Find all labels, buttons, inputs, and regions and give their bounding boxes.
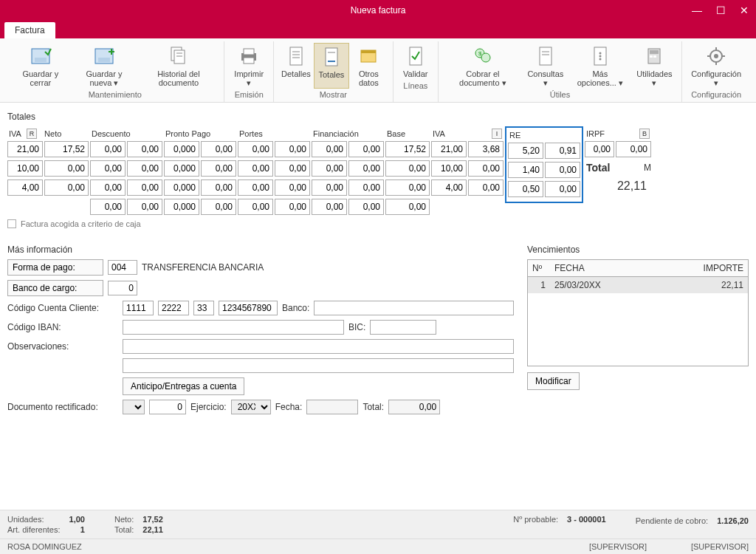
pp-val[interactable]: [201, 160, 236, 177]
criterio-caja-checkbox[interactable]: [7, 219, 16, 228]
pp-pct[interactable]: [164, 179, 199, 196]
col-neto: Neto: [44, 129, 61, 138]
i-button[interactable]: I: [492, 129, 502, 139]
base-val[interactable]: [385, 199, 430, 215]
forma-pago-code[interactable]: [108, 260, 137, 275]
iva-input[interactable]: [7, 179, 43, 196]
re-val[interactable]: [545, 162, 580, 178]
maximize-button[interactable]: ☐: [709, 0, 732, 21]
ccc1[interactable]: [123, 301, 154, 315]
re-val[interactable]: [545, 181, 580, 197]
fi-val[interactable]: [348, 199, 384, 215]
re-pct[interactable]: [508, 143, 543, 159]
re-pct[interactable]: [508, 162, 543, 178]
irpf-val[interactable]: [616, 141, 651, 157]
doc-rect-num[interactable]: [149, 400, 186, 414]
imprimir-button[interactable]: Imprimir ▾: [229, 43, 268, 89]
po-val[interactable]: [275, 160, 310, 177]
neto-input[interactable]: [44, 141, 89, 157]
pp-val[interactable]: [201, 141, 236, 157]
desc-val[interactable]: [127, 141, 162, 157]
po-val[interactable]: [275, 179, 310, 196]
totales-button[interactable]: Totales: [314, 43, 349, 89]
b-button[interactable]: B: [639, 129, 650, 139]
consultas-button[interactable]: Consultas ▾: [523, 43, 568, 89]
historial-button[interactable]: Historial del documento: [137, 43, 219, 89]
fi-val[interactable]: [348, 141, 384, 157]
pp-pct[interactable]: [164, 141, 199, 157]
iva2-val[interactable]: [468, 141, 504, 157]
desc-pct[interactable]: [90, 179, 126, 196]
neto-input[interactable]: [44, 179, 89, 196]
po-pct[interactable]: [238, 179, 273, 196]
validar-button[interactable]: Validar: [398, 43, 433, 80]
fi-val[interactable]: [348, 179, 384, 196]
ccc4[interactable]: [219, 301, 278, 315]
iva-input[interactable]: [7, 141, 43, 157]
desc-val[interactable]: [127, 179, 162, 196]
po-pct[interactable]: [238, 141, 273, 157]
iva2-pct[interactable]: [431, 141, 467, 157]
venc-row[interactable]: 1 25/03/20XX 22,11: [528, 277, 748, 293]
pp-pct[interactable]: [164, 199, 199, 215]
neto-input[interactable]: [44, 160, 89, 177]
po-pct[interactable]: [238, 199, 273, 215]
guardar-cerrar-button[interactable]: Guardar y cerrar: [10, 43, 71, 89]
re-val[interactable]: [545, 143, 580, 159]
base-val[interactable]: [385, 179, 430, 196]
modificar-button[interactable]: Modificar: [527, 372, 580, 390]
minimize-button[interactable]: —: [685, 0, 709, 21]
ccc3[interactable]: [193, 301, 214, 315]
obs-label: Observaciones:: [7, 341, 118, 352]
obs-input-2[interactable]: [123, 358, 514, 373]
forma-pago-button[interactable]: Forma de pago:: [7, 259, 103, 276]
iva-input[interactable]: [7, 160, 43, 177]
detalles-button[interactable]: Detalles: [278, 43, 314, 89]
r-button[interactable]: R: [27, 129, 37, 139]
doc-rect-select[interactable]: [123, 400, 145, 414]
pp-val[interactable]: [201, 179, 236, 196]
fi-pct[interactable]: [312, 141, 347, 157]
close-button[interactable]: ✕: [732, 0, 756, 21]
base-val[interactable]: [385, 160, 430, 177]
desc-val[interactable]: [127, 160, 162, 177]
desc-pct[interactable]: [90, 160, 126, 177]
anticipo-button[interactable]: Anticipo/Entregas a cuenta: [123, 377, 244, 395]
mas-opciones-button[interactable]: Más opciones... ▾: [568, 43, 632, 89]
po-val[interactable]: [275, 199, 310, 215]
obs-input-1[interactable]: [123, 339, 514, 354]
m-button[interactable]: M: [644, 163, 651, 173]
desc-pct[interactable]: [90, 199, 126, 215]
ejercicio-select[interactable]: 20XX: [231, 400, 271, 414]
iva2-pct[interactable]: [431, 160, 467, 177]
pp-val[interactable]: [201, 199, 236, 215]
banco-cargo-button[interactable]: Banco de cargo:: [7, 280, 103, 296]
iva2-val[interactable]: [468, 179, 504, 196]
po-pct[interactable]: [238, 160, 273, 177]
utilidades-button[interactable]: Utilidades ▾: [632, 43, 677, 89]
banco-cargo-input[interactable]: [108, 281, 137, 295]
cobrar-button[interactable]: $ Cobrar el documento ▾: [443, 43, 523, 89]
tab-factura[interactable]: Factura: [4, 22, 55, 38]
iban-input[interactable]: [123, 320, 344, 335]
iva2-pct[interactable]: [431, 179, 467, 196]
pp-pct[interactable]: [164, 160, 199, 177]
fi-pct[interactable]: [312, 199, 347, 215]
base-val[interactable]: [385, 141, 430, 157]
ccc2[interactable]: [158, 301, 189, 315]
fi-val[interactable]: [348, 160, 384, 177]
re-pct[interactable]: [508, 181, 543, 197]
fi-pct[interactable]: [312, 160, 347, 177]
fi-pct[interactable]: [312, 179, 347, 196]
desc-val[interactable]: [127, 199, 162, 215]
iva2-val[interactable]: [468, 160, 504, 177]
banco-input[interactable]: [314, 301, 514, 315]
irpf-pct[interactable]: [585, 141, 614, 157]
po-val[interactable]: [275, 141, 310, 157]
otros-datos-button[interactable]: Otros datos: [349, 43, 388, 89]
content: Totales IVA R Neto Descuento Pronto Pago: [0, 103, 756, 425]
configuracion-button[interactable]: Configuración ▾: [687, 43, 746, 89]
guardar-nueva-button[interactable]: Guardar y nueva ▾: [71, 43, 138, 89]
desc-pct[interactable]: [90, 141, 126, 157]
bic-input[interactable]: [370, 320, 436, 335]
